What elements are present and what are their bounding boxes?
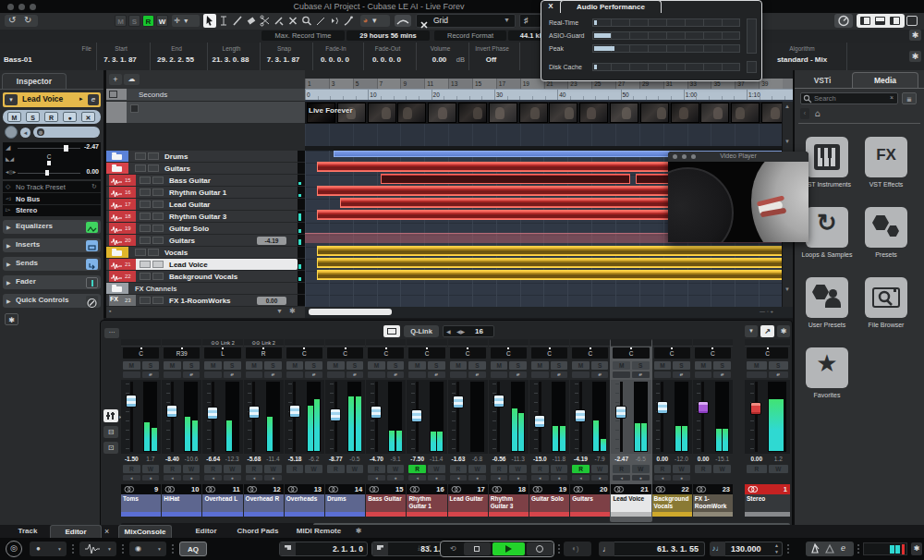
edit-channel-button[interactable]: e <box>88 94 99 105</box>
read-automation-button[interactable]: R <box>450 465 468 473</box>
video-track-checkbox[interactable] <box>130 104 139 113</box>
track-row-guitars[interactable]: 20Guitars-4.19 <box>106 235 305 247</box>
scroll-down-icon[interactable]: ▼ <box>784 286 790 292</box>
fader-cap[interactable] <box>453 396 464 408</box>
listen-button[interactable] <box>246 371 263 378</box>
mixer-channel-drums[interactable]: CMSe-8.77-0.5RW14Drums <box>325 339 365 522</box>
solo-button[interactable] <box>152 237 164 244</box>
input-routing[interactable]: No Bus <box>16 195 40 203</box>
fader-value[interactable]: -4.70 <box>367 456 386 462</box>
fader-cap[interactable] <box>166 405 177 418</box>
fader-value[interactable]: -8.77 <box>326 456 346 462</box>
write-automation-button[interactable]: W <box>632 465 650 473</box>
solo-button[interactable]: S <box>551 361 568 370</box>
edit-channel-button[interactable]: e <box>183 371 201 378</box>
meter-peak-value[interactable]: -11.4 <box>263 456 283 462</box>
scroll-down-icon[interactable]: ▼ <box>784 139 790 144</box>
mute-button[interactable]: M <box>613 361 630 370</box>
preset-browser-button[interactable]: ☁ <box>124 74 140 85</box>
folder-icon[interactable] <box>106 247 128 258</box>
meter-peak-value[interactable]: -11.4 <box>427 456 446 462</box>
tool-line[interactable] <box>314 14 327 28</box>
inspector-section-eq[interactable]: ▶Equalizers <box>3 220 101 234</box>
read-automation-button[interactable]: R <box>123 465 140 473</box>
mute-button[interactable] <box>140 225 151 232</box>
channel-name-row[interactable]: Bass Guitar <box>366 494 406 512</box>
position-display[interactable]: 61. 3. 1. 55 <box>614 542 705 556</box>
video-player-window[interactable]: Video Player <box>668 152 808 242</box>
clip-rhythm-guitar-1[interactable] <box>317 186 687 196</box>
tempo-icon[interactable]: ♪♩ <box>710 542 725 556</box>
edit-channel-button[interactable]: e <box>769 371 789 378</box>
mixer-channel-hihat[interactable]: R39MSe-8.40-10.6RW◂●10HiHat <box>162 339 201 522</box>
reload-icon[interactable]: ↻ <box>91 183 97 190</box>
record-button[interactable] <box>527 542 553 555</box>
inspector-section-ins[interactable]: ▶Inserts <box>3 238 101 252</box>
fader-value[interactable]: 0.00 <box>653 456 673 462</box>
open-mixer-icon[interactable]: ↗ <box>760 325 774 337</box>
folder-icon[interactable] <box>106 151 128 162</box>
audio-performance-tab[interactable]: Audio Performance <box>560 0 662 13</box>
tab-editor[interactable]: Editor <box>181 525 231 538</box>
record-button[interactable]: ● <box>264 475 282 481</box>
write-automation-button[interactable]: W <box>142 465 160 473</box>
meter-peak-value[interactable]: 1.2 <box>768 456 790 462</box>
solo-button[interactable]: S <box>264 361 282 370</box>
tool-scis[interactable] <box>259 14 272 28</box>
pan-control[interactable]: C <box>572 347 608 359</box>
channel-name-row[interactable]: Stereo <box>745 494 790 512</box>
edit-channel-button[interactable]: e <box>142 371 160 378</box>
play-button[interactable] <box>492 542 525 555</box>
mute-button[interactable]: M <box>654 361 672 370</box>
fader-value[interactable]: -1.63 <box>449 456 468 462</box>
zoom-slider[interactable]: — ◦ + <box>760 309 773 314</box>
track-row-rhythm-guitar-3[interactable]: 18Rhythm Guitar 3 <box>106 211 305 223</box>
inspector-section-send[interactable]: ▶Sends <box>3 257 101 271</box>
punch-in-icon[interactable]: ⤓ <box>418 544 420 552</box>
read-automation-button[interactable]: R <box>286 465 304 473</box>
fader-value[interactable]: -4.19 <box>571 456 590 462</box>
pan-control[interactable]: C <box>747 347 788 359</box>
channel-name-row[interactable]: Guitars <box>570 494 610 512</box>
mute-button[interactable]: M <box>164 361 181 370</box>
read-automation-button[interactable]: R <box>572 465 590 473</box>
inspector-section-fad[interactable]: ▶Fader <box>3 275 101 289</box>
volume-slider[interactable] <box>64 145 68 152</box>
meter-peak-value[interactable]: 1.7 <box>141 456 161 462</box>
mixer-window-button[interactable] <box>383 325 400 337</box>
monitor-button[interactable]: ◂ <box>20 128 30 138</box>
fader-cap[interactable] <box>126 395 137 408</box>
pan-control[interactable]: C <box>531 347 567 359</box>
gear-icon[interactable]: ✱ <box>909 30 921 41</box>
record-button[interactable]: ● <box>591 475 609 481</box>
gear-icon[interactable]: ✱ <box>909 51 921 62</box>
solo-button[interactable]: S <box>428 361 445 370</box>
track-row-rhythm-guitar-1[interactable]: 16Rhythm Guitar 1 <box>106 187 305 199</box>
tab-chord-pads[interactable]: Chord Pads <box>233 525 283 538</box>
edit-channel-button[interactable]: e <box>551 371 568 378</box>
automation-r[interactable]: R <box>142 15 154 27</box>
algorithm-value[interactable]: standard - Mix <box>758 55 846 64</box>
write-automation-button[interactable]: W <box>468 465 486 473</box>
channel-name-row[interactable]: Toms <box>121 494 161 512</box>
solo-button[interactable] <box>148 249 159 256</box>
section-icon-eq[interactable] <box>86 222 98 233</box>
left-locator[interactable]: 2. 1. 1. 0 <box>279 542 368 556</box>
bar-select[interactable]: ♯ <box>519 14 541 28</box>
solo-button[interactable] <box>152 273 164 280</box>
automation-w[interactable]: W <box>156 15 168 27</box>
clip-rhythm-guitar-3[interactable] <box>317 210 687 220</box>
stop-button[interactable] <box>464 542 491 555</box>
channel-name-row[interactable]: Overhead L <box>202 494 242 512</box>
info-field-value[interactable]: 0.00 <box>417 55 462 64</box>
mute-button[interactable]: M <box>747 361 767 370</box>
monitor-button[interactable]: ◂ <box>450 475 468 481</box>
mixer-menu-button[interactable]: ⋯ <box>104 328 119 338</box>
info-field-value[interactable]: 7. 3. 1. 87 <box>261 55 306 64</box>
read-automation-button[interactable]: R <box>695 465 712 473</box>
read-automation-button[interactable]: R <box>204 465 222 473</box>
tempo-spinner[interactable]: ▲▼ <box>774 542 779 555</box>
mute-button[interactable] <box>135 164 146 172</box>
record-button[interactable]: ● <box>673 475 690 481</box>
zone-toggle[interactable] <box>875 17 885 25</box>
